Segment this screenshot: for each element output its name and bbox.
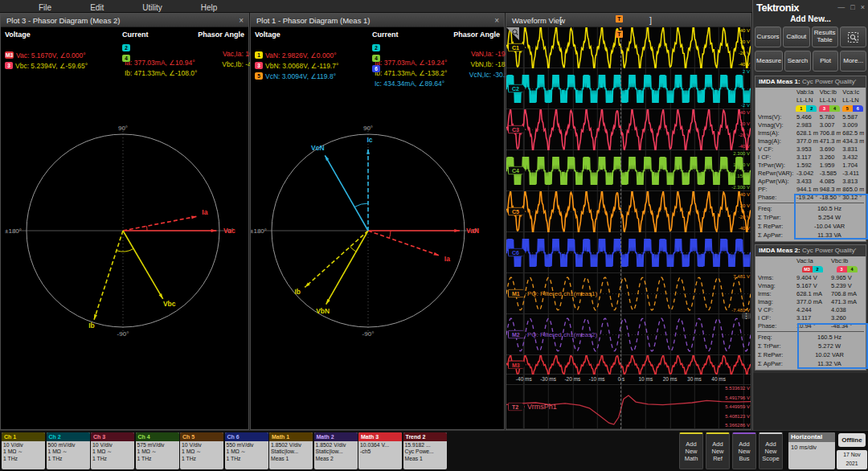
waveform-trace-c4 bbox=[506, 158, 751, 185]
plot3-title: Plot 3 - Phasor Diagram (Meas 2) bbox=[6, 16, 121, 25]
minimize-button[interactable]: — bbox=[837, 3, 845, 11]
meas2-summary-value: 11.32 VA bbox=[795, 359, 864, 368]
plot3-header[interactable]: Plot 3 - Phasor Diagram (Meas 2) × bbox=[1, 14, 248, 27]
results-table-button[interactable]: Results Table bbox=[812, 27, 838, 47]
offline-status-button[interactable]: Offline bbox=[838, 433, 866, 447]
channel-tag-c2[interactable]: C2 bbox=[508, 84, 526, 93]
waveform-scroll-handle[interactable]: ⋮ bbox=[742, 313, 751, 319]
waveform-slice-c5[interactable]: C540 V20 V-20 V-40 V bbox=[506, 191, 751, 232]
trigger-marker-level[interactable]: T bbox=[616, 31, 623, 38]
settings-badge-ch-1[interactable]: Ch 110 V/div1 MΩ ∼1 THz bbox=[2, 432, 45, 469]
time-tick-label: 0 s bbox=[618, 376, 625, 382]
restore-button[interactable]: □ bbox=[850, 3, 854, 11]
meas2-row-label: Imag: bbox=[758, 298, 795, 306]
channel-tag-m1[interactable]: M1 bbox=[508, 289, 526, 298]
waveform-slice-t2[interactable]: VrmsPh1T25.533632 V5.491796 V5.449959 V5… bbox=[506, 385, 751, 429]
channel-tag-c3[interactable]: C3 bbox=[508, 125, 526, 134]
waveform-graticule[interactable]: C140 V20 V-20 V-40 VC22 V-2 VC340 V20 V-… bbox=[506, 27, 751, 429]
close-button[interactable]: × bbox=[861, 3, 865, 11]
plot3-legend-angle-header: Phasor Angle bbox=[170, 31, 244, 39]
settings-badge-ch-5[interactable]: Ch 510 V/div1 MΩ ∼1 THz bbox=[180, 432, 223, 469]
meas1-source-badges: 12 bbox=[795, 104, 818, 113]
waveform-slice-m2[interactable]: PQ: Filtered ch1(meas2)M2 bbox=[506, 314, 751, 355]
menu-file[interactable]: File bbox=[39, 3, 51, 12]
settings-badge-math-1[interactable]: Math 11.8502 V/divStatic|low...Meas 1 bbox=[269, 432, 313, 469]
channel-tag-c4[interactable]: C4 bbox=[508, 166, 526, 175]
vertical-scale-labels-m1: 7.481 V-7.481 V bbox=[731, 273, 750, 313]
waveform-slice-c6[interactable]: C6 bbox=[506, 232, 751, 273]
meas1-cell-value: 948.3 m bbox=[818, 186, 841, 194]
channel-tag-c1[interactable]: C1 bbox=[508, 43, 526, 52]
plot1-close-button[interactable]: × bbox=[494, 14, 499, 27]
plot1-legend: Voltage Current Phasor Angle 1VaN: 2.982… bbox=[251, 27, 504, 73]
waveform-slice-c4[interactable]: C42.300 V1.150 V-1.150 V-2.300 V bbox=[506, 150, 751, 191]
horizontal-settings-badge[interactable]: Horizontal 10 ms/div bbox=[788, 432, 835, 469]
meas1-cell-value: -19.24 ° bbox=[795, 194, 818, 202]
waveform-slice-c3[interactable]: C340 V20 V-20 V-40 V bbox=[506, 109, 751, 150]
meas2-title: IMDA Meas 2: Cyc Power Quality' bbox=[755, 245, 866, 256]
meas1-source-badges: 34 bbox=[818, 104, 841, 113]
plot1-legend-row: 1VaN: 2.9826V, ∠0.000°2Ia: 377.03mA, ∠-1… bbox=[255, 39, 500, 50]
settings-badge-math-3[interactable]: Math 310.0364 V...-ch5 bbox=[358, 432, 402, 469]
draw-a-box-button[interactable] bbox=[840, 27, 866, 47]
add-new-scope-button[interactable]: AddNewScope bbox=[759, 432, 783, 469]
plot1-vector-label-ib: Ib bbox=[294, 288, 301, 296]
vertical-scale-labels-c5: 40 V20 V-20 V-40 V bbox=[739, 191, 750, 231]
settings-badge-trend-2[interactable]: Trend 215.9182 ...Cyc Powe...Meas 1 bbox=[403, 432, 447, 469]
settings-badge-ch-3[interactable]: Ch 310 V/div1 MΩ ∼1 THz bbox=[91, 432, 134, 469]
menu-edit[interactable]: Edit bbox=[90, 3, 104, 12]
plot3-phasor-diagram[interactable]: 90°0°±180°-90°VacIaVbcIb bbox=[1, 74, 248, 429]
add-new-bus-button[interactable]: AddNewBus bbox=[732, 432, 756, 469]
waveform-slice-m1[interactable]: PQ: Filtered ch1(meas1)M17.481 V-7.481 V bbox=[506, 273, 751, 314]
meas1-column-header: Vbc:Ib bbox=[818, 88, 841, 96]
waveform-view-panel: Waveform View [ ] T C140 V20 V-20 V-40 V… bbox=[506, 13, 751, 430]
acq-bracket-left[interactable]: [ bbox=[559, 14, 562, 27]
waveform-slice-c2[interactable]: C22 V-2 V bbox=[506, 68, 751, 109]
plot3-close-button[interactable]: × bbox=[239, 14, 244, 27]
channel-tag-m2[interactable]: M2 bbox=[508, 330, 526, 339]
menu-help[interactable]: Help bbox=[201, 3, 218, 12]
imda-meas1-results-table[interactable]: IMDA Meas 1: Cyc Power Quality'Vab:IaVbc… bbox=[755, 76, 866, 242]
plot1-header[interactable]: Plot 1 - Phasor Diagram (Meas 1) × bbox=[251, 14, 504, 27]
channel-tag-m3[interactable]: M3 bbox=[508, 360, 526, 369]
plot1-phasor-diagram[interactable]: 90°0°±180°-90°VaNIaVbNIbVcNIc bbox=[251, 74, 504, 429]
meas2-row-label: Phase: bbox=[758, 322, 795, 330]
settings-badge-ch-2[interactable]: Ch 2500 mV/div1 MΩ ∼1 THz bbox=[47, 432, 90, 469]
meas1-cell-value: 865.0 m bbox=[841, 186, 864, 194]
plot3-legend: Voltage Current Phasor Angle M3Vac: 5.16… bbox=[1, 27, 248, 63]
trace-label-m2: PQ: Filtered ch1(meas2) bbox=[527, 331, 597, 338]
horizontal-scale-value: 10 ms/div bbox=[788, 442, 835, 453]
add-new-ref-button[interactable]: AddNewRef bbox=[706, 432, 730, 469]
meas2-row-label: V CF: bbox=[758, 306, 795, 314]
waveform-slice-c1[interactable]: C140 V20 V-20 V-40 V bbox=[506, 27, 751, 68]
zoom-corner-icon[interactable] bbox=[506, 27, 519, 40]
channel-tag-c6[interactable]: C6 bbox=[508, 248, 526, 257]
channel-tag-c5[interactable]: C5 bbox=[508, 207, 526, 216]
callout-button[interactable]: Callout bbox=[783, 27, 809, 47]
measure-button[interactable]: Measure bbox=[755, 51, 783, 72]
channel-tag-t2[interactable]: T2 bbox=[508, 403, 525, 412]
meas2-summary-label: Freq: bbox=[758, 333, 795, 342]
meas2-cell-value: 377.0 mA bbox=[795, 298, 829, 306]
trigger-marker-top[interactable]: T bbox=[616, 15, 623, 23]
meas2-row-label: I CF: bbox=[758, 314, 795, 322]
plot1-vector-label-vbn: VbN bbox=[316, 307, 330, 315]
waveform-slice-m3[interactable]: M3 bbox=[506, 355, 751, 375]
add-new-math-button[interactable]: AddNewMath bbox=[679, 432, 703, 469]
settings-badge-ch-6[interactable]: Ch 6550 mV/div1 MΩ ∼1 THz bbox=[225, 432, 268, 469]
meas1-cell-value: 471.3 m bbox=[818, 137, 841, 145]
more--button[interactable]: More... bbox=[840, 51, 866, 72]
acq-bracket-right[interactable]: ] bbox=[649, 14, 652, 27]
settings-badge-math-2[interactable]: Math 21.8502 V/divStatic|low...Meas 2 bbox=[314, 432, 358, 469]
trigger-position-line[interactable] bbox=[620, 27, 621, 429]
imda-meas2-results-table[interactable]: IMDA Meas 2: Cyc Power Quality'Vac:IaVbc… bbox=[755, 244, 866, 371]
meas1-cell-value: 3.831 bbox=[841, 145, 864, 154]
search-button[interactable]: Search bbox=[784, 51, 811, 72]
plot-button[interactable]: Plot bbox=[813, 51, 839, 72]
cursors-button[interactable]: Cursors bbox=[755, 27, 781, 47]
meas2-summary-value: 10.02 VAR bbox=[795, 350, 864, 359]
source-badge-3: 3 bbox=[5, 62, 13, 69]
menu-utility[interactable]: Utility bbox=[142, 3, 162, 12]
settings-badge-ch-4[interactable]: Ch 4575 mV/div1 MΩ ∼1 THz bbox=[136, 432, 179, 469]
waveform-view-header[interactable]: Waveform View [ ] T bbox=[506, 14, 751, 27]
